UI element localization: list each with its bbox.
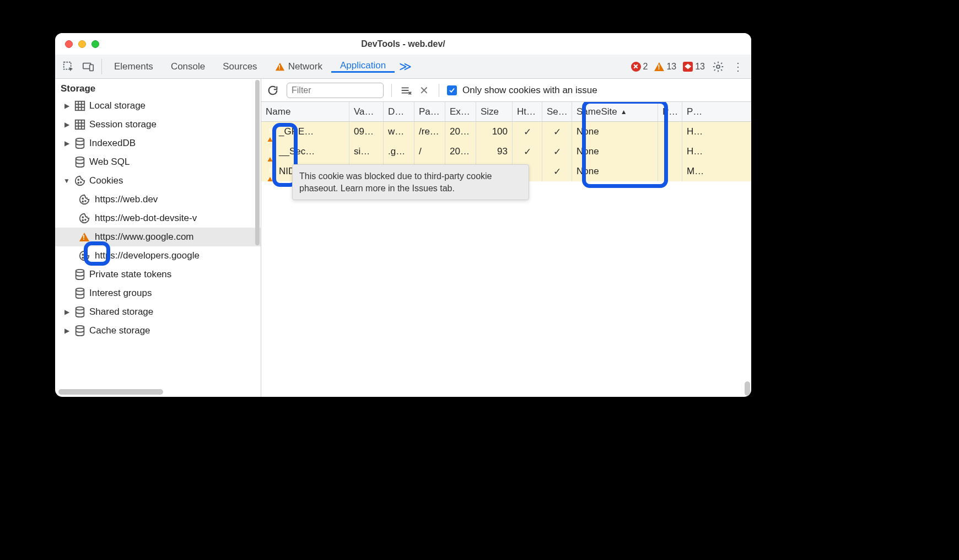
svg-point-10 [78,182,79,184]
cell-value: _GRE… [279,126,314,137]
disclose-triangle-icon[interactable] [63,139,71,147]
disclose-triangle-icon[interactable] [63,308,71,316]
clear-filter-button[interactable]: ✕ [417,84,431,97]
svg-point-8 [78,179,79,180]
table-cell: __Sec… [261,142,349,161]
grid-icon [74,119,86,131]
tab-label: Console [171,61,205,72]
disclose-triangle-icon[interactable] [63,121,71,128]
minimize-window-button[interactable] [78,40,86,48]
sidebar-item[interactable]: IndexedDB [55,134,261,153]
cookies-toolbar: ✕ Only show cookies with an issue [261,79,751,102]
sidebar-cookie-origin[interactable]: https://web.dev [55,190,261,209]
cell-value: 100 [492,126,508,137]
only-issue-checkbox[interactable] [447,85,457,95]
error-count[interactable]: 2 [628,62,651,72]
tab-console[interactable]: Console [162,61,214,72]
disclose-triangle-icon[interactable] [63,177,71,185]
table-cell: 100 [476,122,513,142]
column-header[interactable]: Se… [542,102,572,121]
cell-value: 20… [450,126,470,137]
sidebar-hscrollbar[interactable] [58,389,163,395]
column-header-label: Ex… [450,106,470,117]
check-icon: ✓ [553,126,561,138]
sidebar-item[interactable]: Web SQL [55,153,261,171]
cell-value: /re… [419,126,439,137]
column-header[interactable]: Ht… [513,102,542,121]
sidebar-item-label: Cookies [89,175,123,186]
clear-all-button[interactable] [400,84,412,96]
svg-point-22 [76,307,84,310]
tab-application[interactable]: Application [331,60,395,73]
sidebar-item[interactable]: Local storage [55,96,261,115]
svg-point-19 [82,257,83,259]
column-header[interactable]: Pa… [414,102,445,121]
device-toolbar-icon[interactable] [78,61,98,73]
column-header-label: Va… [354,106,374,117]
table-cell: None [572,142,658,161]
issues-count-value: 13 [695,62,705,72]
tab-sources[interactable]: Sources [214,61,266,72]
issues-count[interactable]: 13 [680,62,708,72]
pane-scrollbar[interactable] [745,381,750,396]
sidebar-item[interactable]: Interest groups [55,284,261,303]
check-icon: ✓ [524,146,531,158]
svg-point-23 [76,326,84,329]
reload-button[interactable] [267,84,281,96]
tab-network[interactable]: Network [266,61,331,72]
cookie-icon [78,250,90,262]
tab-elements[interactable]: Elements [105,61,162,72]
settings-button[interactable] [708,61,728,73]
sidebar-scrollbar[interactable] [255,80,260,245]
more-options-button[interactable]: ⋮ [728,60,748,73]
cell-value: / [419,146,422,157]
svg-point-13 [82,201,83,202]
sidebar-item-label: Private state tokens [89,269,171,280]
table-row[interactable]: __Sec…si….g…/20…93✓✓NoneH… [261,142,751,161]
cell-value: __Sec… [279,146,315,157]
cookie-icon [74,175,86,187]
sidebar-item[interactable]: Private state tokens [55,265,261,284]
svg-point-9 [80,182,82,183]
sidebar-item-label: Local storage [89,100,146,111]
sidebar-cookie-origin[interactable]: https://web-dot-devsite-v [55,209,261,228]
column-header[interactable]: D… [384,102,414,121]
inspect-element-icon[interactable] [58,61,78,73]
column-header[interactable]: Va… [349,102,384,121]
table-cell: ✓ [513,142,542,161]
table-row[interactable]: _GRE…09…w…/re…20…100✓✓NoneH… [261,122,751,142]
sidebar-item[interactable]: Session storage [55,115,261,134]
sidebar-item[interactable]: Shared storage [55,303,261,321]
filter-input[interactable] [287,83,384,98]
cookies-table: NameVa…D…Pa…Ex…SizeHt…Se…SameSite▲P…P… _… [261,102,751,397]
column-header[interactable]: P… [658,102,682,121]
column-header[interactable]: Name [261,102,349,121]
table-cell: 20… [445,122,476,142]
error-count-value: 2 [643,62,648,72]
sidebar-item-label: https://web.dev [95,194,158,205]
maximize-window-button[interactable] [91,40,99,48]
column-header[interactable]: Size [476,102,513,121]
warning-count[interactable]: 13 [651,62,680,72]
svg-point-14 [82,217,83,218]
svg-rect-2 [90,64,93,71]
column-header[interactable]: P… [682,102,707,121]
cell-value: None [577,146,599,157]
disclose-triangle-icon[interactable] [63,102,71,110]
tabs-overflow-button[interactable]: ≫ [395,60,416,74]
sidebar-item[interactable]: Cookies [55,171,261,190]
sidebar-cookie-origin[interactable]: https://www.google.com [55,228,261,246]
sidebar-item-label: https://www.google.com [95,231,194,243]
sidebar-item[interactable]: Cache storage [55,321,261,340]
sidebar-cookie-origin[interactable]: https://developers.google [55,246,261,265]
column-header[interactable]: Ex… [445,102,476,121]
check-icon: ✓ [553,146,561,158]
table-cell: w… [384,122,414,142]
divider [391,84,392,97]
disclose-triangle-icon[interactable] [63,327,71,335]
column-header[interactable]: SameSite▲ [572,102,658,121]
sidebar: Storage Local storageSession storageInde… [55,79,261,397]
close-window-button[interactable] [65,40,73,48]
divider [439,84,439,97]
tab-label: Elements [114,61,153,72]
